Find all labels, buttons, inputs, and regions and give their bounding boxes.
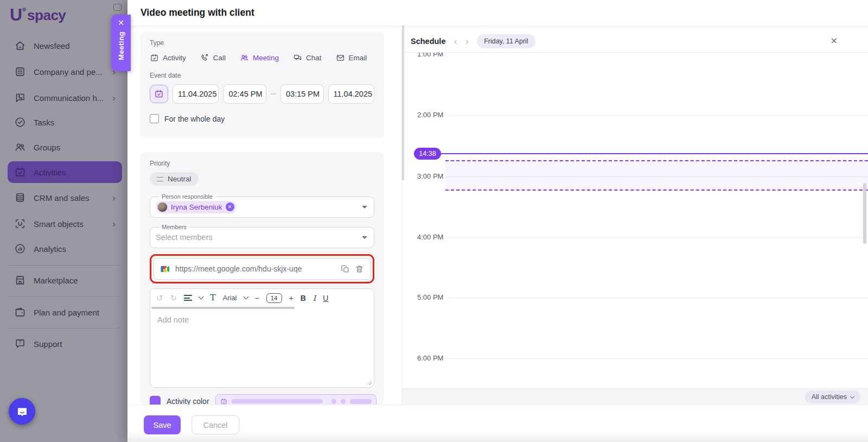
- skeleton-bar: [350, 399, 372, 404]
- members-select[interactable]: Members Select members: [150, 224, 374, 248]
- form-panel: Type Activity Call Meeting: [127, 26, 401, 442]
- schedule-title: Schedule: [411, 37, 445, 46]
- modal-dim-overlay: [0, 0, 127, 442]
- type-label: Type: [150, 39, 374, 47]
- font-size-value[interactable]: 14: [266, 293, 282, 303]
- copy-icon[interactable]: [341, 264, 350, 274]
- meeting-tab[interactable]: ✕ Meeting: [111, 15, 131, 71]
- person-chip: Iryna Serbeniuk ✕: [156, 201, 237, 213]
- close-icon[interactable]: ✕: [118, 19, 124, 27]
- italic-button[interactable]: I: [313, 294, 316, 302]
- google-meet-icon: [160, 264, 170, 274]
- resize-handle[interactable]: [367, 380, 372, 385]
- details-card: Priority Neutral Person responsible Iryn…: [140, 152, 384, 405]
- type-option-activity[interactable]: Activity: [150, 53, 186, 62]
- type-options: Activity Call Meeting Chat: [150, 53, 374, 62]
- text-color-button[interactable]: T: [210, 294, 215, 302]
- note-input[interactable]: Add note: [150, 309, 374, 380]
- dialog-title: Video meeting with client: [127, 0, 868, 26]
- meet-link-url[interactable]: https://meet.google.com/hdu-skjx-uqe: [175, 264, 336, 273]
- phone-icon: [200, 53, 209, 62]
- font-size-decrease-button[interactable]: −: [255, 294, 259, 302]
- dialog-footer: Save Cancel: [127, 405, 868, 442]
- chevron-down-icon[interactable]: [362, 206, 367, 211]
- type-option-call[interactable]: Call: [200, 53, 226, 62]
- hour-label: 2:00 PM: [417, 111, 450, 119]
- schedule-header: Schedule ‹ › Friday, 11 April ✕: [402, 30, 868, 53]
- underline-button[interactable]: U: [323, 294, 328, 302]
- chevron-down-icon[interactable]: [199, 294, 204, 300]
- skeleton-dot: [331, 399, 336, 404]
- envelope-icon: [336, 53, 345, 62]
- type-date-card: Type Activity Call Meeting: [140, 31, 384, 138]
- dialog-title-bar: Video meeting with client: [127, 0, 868, 26]
- trash-icon[interactable]: [355, 264, 364, 274]
- skeleton-dot: [341, 399, 346, 404]
- end-date-input[interactable]: 11.04.2025: [328, 84, 374, 104]
- end-time-input[interactable]: 03:15 PM: [280, 84, 324, 104]
- start-time-input[interactable]: 02:45 PM: [223, 84, 266, 104]
- hour-gridline: [445, 237, 868, 238]
- redo-icon[interactable]: ↻: [170, 294, 177, 302]
- meet-link-field: https://meet.google.com/hdu-skjx-uqe: [154, 258, 371, 280]
- editor-toolbar: ↺ ↻ T Arial − 14 + B I U: [150, 289, 374, 307]
- whole-day-checkbox[interactable]: [150, 114, 159, 123]
- schedule-date-chip[interactable]: Friday, 11 April: [477, 34, 535, 48]
- save-button[interactable]: Save: [144, 415, 181, 434]
- priority-label: Priority: [150, 160, 374, 167]
- event-time-slot[interactable]: [445, 160, 868, 191]
- calendar-picker-button[interactable]: [150, 85, 168, 103]
- type-option-meeting[interactable]: Meeting: [240, 53, 279, 62]
- app-root: U spacy Newsfeed Company and pe... › Com…: [0, 0, 868, 442]
- hour-gridline: [445, 358, 868, 359]
- chat-bubble-icon: [16, 405, 29, 418]
- hour-label: 5:00 PM: [417, 293, 450, 301]
- event-date-label: Event date: [150, 72, 374, 79]
- people-icon: [240, 53, 249, 62]
- form-scrollbar[interactable]: [402, 11, 404, 180]
- activities-filter[interactable]: All activities: [805, 390, 860, 403]
- support-chat-fab[interactable]: [9, 398, 35, 425]
- chat-icon: [293, 53, 302, 62]
- hour-label: 6:00 PM: [417, 354, 450, 362]
- schedule-footer: All activities: [402, 388, 868, 405]
- hour-label: 4:00 PM: [417, 233, 450, 241]
- chevron-down-icon[interactable]: [243, 294, 248, 300]
- calendar-icon: [154, 89, 164, 99]
- whole-day-row[interactable]: For the whole day: [150, 114, 374, 123]
- hour-gridline: [445, 115, 868, 116]
- prev-day-button[interactable]: ‹: [454, 36, 457, 46]
- close-icon[interactable]: ✕: [831, 36, 838, 46]
- members-placeholder: Select members: [156, 233, 213, 242]
- note-placeholder: Add note: [157, 315, 189, 324]
- current-time-line: [437, 153, 868, 154]
- type-option-email[interactable]: Email: [336, 53, 367, 62]
- remove-person-icon[interactable]: ✕: [226, 203, 234, 211]
- time-range-dash: [271, 93, 276, 94]
- chevron-down-icon: [850, 394, 854, 398]
- note-editor: ↺ ↻ T Arial − 14 + B I U: [150, 288, 374, 388]
- hour-label: 1:00 PM: [417, 53, 450, 58]
- equals-icon: [157, 177, 163, 181]
- sidebar: U spacy Newsfeed Company and pe... › Com…: [0, 0, 127, 442]
- current-time-badge: 14:38: [414, 148, 441, 160]
- align-icon[interactable]: [184, 295, 192, 301]
- person-responsible-select[interactable]: Person responsible Iryna Serbeniuk ✕: [150, 193, 374, 218]
- undo-icon[interactable]: ↺: [156, 294, 163, 302]
- hour-gridline: [445, 298, 868, 298]
- font-size-increase-button[interactable]: +: [289, 294, 293, 302]
- start-date-input[interactable]: 11.04.2025: [173, 84, 219, 104]
- priority-chip[interactable]: Neutral: [150, 172, 199, 186]
- meet-link-highlight: https://meet.google.com/hdu-skjx-uqe: [150, 254, 374, 283]
- bold-button[interactable]: B: [301, 294, 306, 302]
- cancel-button[interactable]: Cancel: [192, 415, 239, 434]
- type-option-chat[interactable]: Chat: [293, 53, 322, 62]
- schedule-panel: Schedule ‹ › Friday, 11 April ✕ 1:00 PM …: [401, 30, 868, 405]
- next-day-button[interactable]: ›: [465, 36, 469, 46]
- meeting-dialog: Video meeting with client Type Activity …: [127, 0, 868, 442]
- font-family-select[interactable]: Arial: [223, 294, 237, 301]
- schedule-scrollbar[interactable]: [863, 183, 866, 244]
- avatar: [157, 202, 168, 212]
- chevron-down-icon[interactable]: [362, 236, 367, 242]
- calendar-icon: [220, 398, 227, 405]
